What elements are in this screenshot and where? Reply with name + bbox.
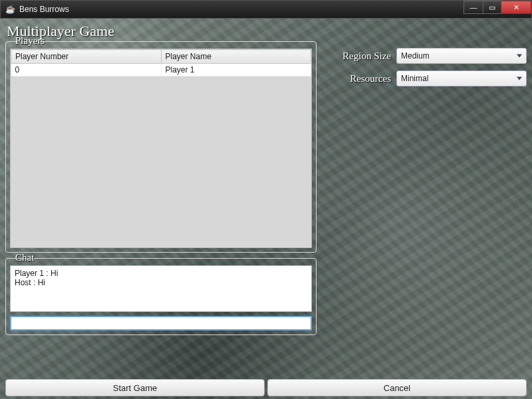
players-fieldset: Players Player Number Player Name 0Playe… (5, 41, 317, 253)
java-icon: ☕ (5, 4, 15, 15)
bottom-button-row: Start Game Cancel (5, 379, 527, 396)
left-column: Players Player Number Player Name 0Playe… (5, 41, 317, 340)
players-legend: Players (13, 35, 47, 47)
cell-player-name: Player 1 (161, 64, 311, 76)
page-title: Multiplayer Game (7, 23, 527, 40)
chat-legend: Chat (13, 252, 37, 263)
client-area: Multiplayer Game Players Player Number P… (0, 19, 532, 399)
chat-input[interactable] (10, 316, 312, 331)
col-player-name[interactable]: Player Name (161, 50, 311, 64)
resources-label: Resources (325, 73, 391, 84)
minimize-button[interactable]: — (464, 1, 483, 14)
cell-player-number: 0 (11, 64, 162, 76)
region-size-value: Medium (401, 51, 430, 61)
window-title: Bens Burrows (19, 5, 69, 14)
right-column: Region Size Medium Resources Minimal (325, 41, 527, 340)
resources-value: Minimal (401, 74, 428, 83)
chat-log: Player 1 : Hi Host : Hi (10, 265, 312, 312)
setting-region-size: Region Size Medium (325, 48, 527, 64)
region-size-label: Region Size (325, 51, 391, 62)
setting-resources: Resources Minimal (325, 70, 527, 86)
chat-fieldset: Chat Player 1 : Hi Host : Hi (5, 258, 317, 335)
content-columns: Players Player Number Player Name 0Playe… (5, 41, 527, 340)
window-titlebar: ☕ Bens Burrows — ▭ ✕ (0, 0, 532, 19)
start-game-button[interactable]: Start Game (5, 379, 265, 396)
window-buttons: — ▭ ✕ (464, 1, 531, 15)
maximize-button[interactable]: ▭ (483, 1, 501, 14)
col-player-number[interactable]: Player Number (11, 50, 162, 64)
resources-dropdown[interactable]: Minimal (396, 70, 527, 86)
players-table-container: Player Number Player Name 0Player 1 (10, 49, 312, 248)
close-button[interactable]: ✕ (501, 1, 531, 14)
region-size-dropdown[interactable]: Medium (396, 48, 527, 64)
table-row[interactable]: 0Player 1 (11, 64, 311, 76)
players-table: Player Number Player Name 0Player 1 (11, 49, 311, 76)
cancel-button[interactable]: Cancel (267, 379, 527, 396)
